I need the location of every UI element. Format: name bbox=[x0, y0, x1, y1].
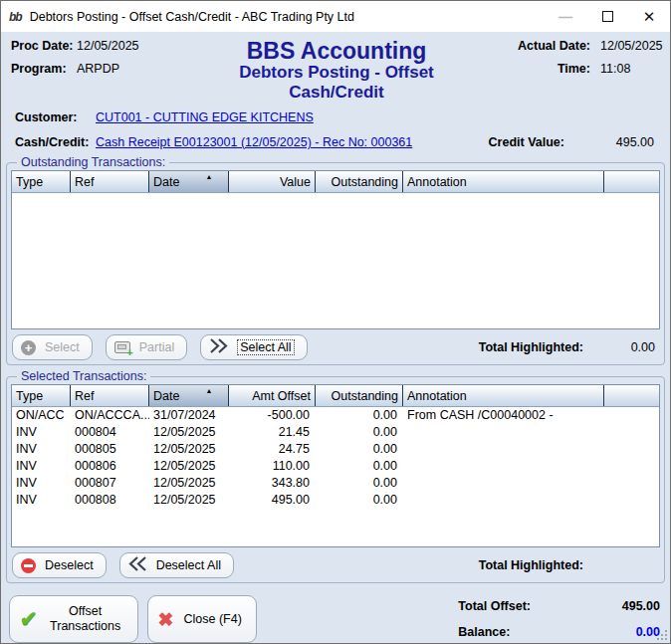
selected-table-header: Type Ref Date▲ Amt Offset Outstanding An… bbox=[12, 385, 659, 407]
page-title: Debtors Posting - Offset Cash/Credit bbox=[190, 63, 483, 103]
program-value: ARPDP bbox=[77, 62, 190, 76]
resize-grip[interactable] bbox=[656, 629, 667, 640]
footer-totals: Total Offset: 495.00 Balance: 0.00 bbox=[458, 595, 660, 639]
total-highlighted-label: Total Highlighted: bbox=[479, 558, 583, 572]
cell: 000806 bbox=[71, 458, 149, 475]
title-bar: bb Debtors Posting - Offset Cash/Credit … bbox=[1, 1, 670, 32]
table-row[interactable]: INV00080712/05/2025343.800.00 bbox=[12, 475, 659, 492]
sort-ascending-icon: ▲ bbox=[205, 173, 212, 180]
balance-value: 0.00 bbox=[570, 625, 660, 639]
cell: 0.00 bbox=[316, 475, 403, 492]
cell: 495.00 bbox=[229, 492, 316, 509]
selected-group-label: Selected Transactions: bbox=[17, 369, 150, 383]
cell: 0.00 bbox=[316, 424, 403, 441]
cell bbox=[403, 458, 604, 475]
outstanding-table-body[interactable] bbox=[12, 193, 659, 328]
table-row[interactable]: INV00080512/05/202524.750.00 bbox=[12, 441, 659, 458]
deselect-button[interactable]: Deselect bbox=[12, 552, 107, 578]
actual-date-label: Actual Date: bbox=[505, 39, 590, 53]
cell bbox=[403, 475, 604, 492]
titles: BBS Accounting Debtors Posting - Offset … bbox=[190, 39, 483, 103]
cell: 12/05/2025 bbox=[149, 441, 229, 458]
column-header-annotation[interactable]: Annotation bbox=[403, 171, 604, 192]
selected-table-body[interactable]: ON/ACCON/ACCCA...31/07/2024-500.000.00Fr… bbox=[12, 407, 659, 546]
close-f4-button[interactable]: ✖ Close (F4) bbox=[147, 595, 257, 643]
cell: INV bbox=[12, 424, 71, 441]
double-chevron-left-icon bbox=[128, 555, 147, 575]
cell: INV bbox=[12, 458, 71, 475]
partial-button[interactable]: Partial bbox=[106, 334, 187, 360]
cell: 0.00 bbox=[316, 407, 403, 424]
check-icon: ✔ bbox=[20, 607, 38, 631]
cash-credit-link[interactable]: Cash Receipt E00123001 (12/05/2025) - Re… bbox=[96, 135, 412, 149]
date-info: Actual Date: 12/05/2025 Time: 11:08 bbox=[483, 39, 662, 103]
footer: ✔ Offset Transactions ✖ Close (F4) Total… bbox=[1, 586, 670, 643]
deselect-all-button[interactable]: Deselect All bbox=[119, 552, 234, 578]
column-header-ref[interactable]: Ref bbox=[71, 385, 149, 406]
maximize-button[interactable] bbox=[586, 1, 628, 32]
cell: 0.00 bbox=[316, 458, 403, 475]
cell: INV bbox=[12, 441, 71, 458]
balance-label: Balance: bbox=[458, 625, 570, 639]
selected-table: Type Ref Date▲ Amt Offset Outstanding An… bbox=[11, 384, 660, 547]
outstanding-total: Total Highlighted: 0.00 bbox=[479, 340, 659, 354]
cell: 0.00 bbox=[316, 492, 403, 509]
cell: 0.00 bbox=[316, 441, 403, 458]
cell: 000805 bbox=[71, 441, 149, 458]
no-entry-icon bbox=[21, 558, 36, 573]
cell: From CASH /C00040002 - bbox=[403, 407, 604, 424]
outstanding-table-header: Type Ref Date▲ Value Outstanding Annotat… bbox=[12, 171, 659, 193]
program-label: Program: bbox=[11, 62, 77, 76]
column-header-outstanding[interactable]: Outstanding bbox=[316, 385, 403, 406]
window-title: Debtors Posting - Offset Cash/Credit - A… bbox=[30, 10, 354, 24]
proc-info: Proc Date: 12/05/2025 Program: ARPDP bbox=[11, 39, 190, 103]
column-header-outstanding[interactable]: Outstanding bbox=[316, 171, 403, 192]
column-header-date[interactable]: Date▲ bbox=[149, 385, 229, 406]
column-header-amt-offset[interactable]: Amt Offset bbox=[229, 385, 316, 406]
cell: 000807 bbox=[71, 475, 149, 492]
cell: -500.00 bbox=[229, 407, 316, 424]
app-icon: bb bbox=[9, 10, 22, 24]
cell bbox=[403, 424, 604, 441]
outstanding-transactions-group: Outstanding Transactions: Type Ref Date▲… bbox=[6, 155, 665, 365]
circle-plus-icon: + bbox=[21, 340, 36, 355]
select-button[interactable]: + Select bbox=[12, 334, 93, 360]
column-header-date[interactable]: Date▲ bbox=[149, 171, 229, 192]
actual-date-value: 12/05/2025 bbox=[590, 39, 662, 53]
offset-transactions-button[interactable]: ✔ Offset Transactions bbox=[9, 595, 138, 643]
column-header-filler bbox=[604, 171, 659, 192]
column-header-ref[interactable]: Ref bbox=[71, 171, 149, 192]
cell: 12/05/2025 bbox=[149, 492, 229, 509]
cash-credit-label: Cash/Credit: bbox=[15, 135, 96, 149]
customer-link[interactable]: CUT001 - CUTTING EDGE KITCHENS bbox=[96, 110, 314, 124]
table-row[interactable]: ON/ACCON/ACCCA...31/07/2024-500.000.00Fr… bbox=[12, 407, 659, 424]
column-header-type[interactable]: Type bbox=[12, 385, 71, 406]
cell: 24.75 bbox=[229, 441, 316, 458]
cell: 31/07/2024 bbox=[149, 407, 229, 424]
screen-header: Proc Date: 12/05/2025 Program: ARPDP BBS… bbox=[1, 32, 670, 105]
cell: 21.45 bbox=[229, 424, 316, 441]
table-row[interactable]: INV00080612/05/2025110.000.00 bbox=[12, 458, 659, 475]
select-all-button[interactable]: Select All bbox=[200, 334, 307, 360]
total-offset-value: 495.00 bbox=[570, 599, 660, 613]
outstanding-actions: + Select Partial Select All Total Highli… bbox=[12, 334, 659, 360]
app-title: BBS Accounting bbox=[190, 39, 483, 63]
time-value: 11:08 bbox=[590, 62, 662, 76]
table-row[interactable]: INV00080812/05/2025495.000.00 bbox=[12, 492, 659, 509]
close-button[interactable]: ✕ bbox=[628, 1, 670, 32]
column-header-value[interactable]: Value bbox=[229, 171, 316, 192]
customer-row: Customer: CUT001 - CUTTING EDGE KITCHENS bbox=[1, 105, 670, 129]
table-row[interactable]: INV00080412/05/202521.450.00 bbox=[12, 424, 659, 441]
column-header-annotation[interactable]: Annotation bbox=[403, 385, 604, 406]
outstanding-table: Type Ref Date▲ Value Outstanding Annotat… bbox=[11, 170, 660, 329]
minimize-button[interactable]: — bbox=[545, 1, 586, 32]
credit-value-label: Credit Value: bbox=[489, 135, 564, 149]
cell: ON/ACCCA... bbox=[71, 407, 149, 424]
total-highlighted-value: 0.00 bbox=[583, 340, 655, 354]
proc-date-value: 12/05/2025 bbox=[77, 39, 190, 53]
cell: 000808 bbox=[71, 492, 149, 509]
double-chevron-right-icon bbox=[209, 337, 228, 357]
column-header-type[interactable]: Type bbox=[12, 171, 71, 192]
cell: INV bbox=[12, 475, 71, 492]
cell: ON/ACC bbox=[12, 407, 71, 424]
